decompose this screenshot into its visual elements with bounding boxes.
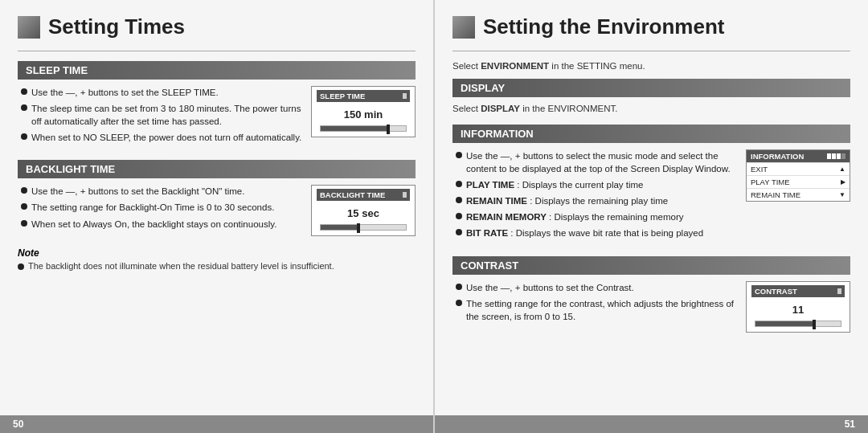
bullet-dot xyxy=(21,88,27,95)
display-section: DISPLAY Select DISPLAY in the ENVIRONMEN… xyxy=(452,79,850,113)
list-item: REMAIN TIME : Displays the remaining pla… xyxy=(456,194,738,207)
contrast-section: CONTRAST Use the —, + buttons to set the… xyxy=(452,256,850,333)
left-page: Setting Times SLEEP TIME Use the —, + bu… xyxy=(0,0,435,433)
display-header: DISPLAY xyxy=(452,79,850,97)
contrast-slider-thumb xyxy=(813,320,816,329)
list-item: BIT RATE : Displays the wave bit rate th… xyxy=(456,227,738,239)
contrast-slider-fill xyxy=(755,321,815,326)
bullet-dot xyxy=(21,187,27,194)
list-item: Use the —, + buttons to set the Backligh… xyxy=(21,185,303,198)
note-title: Note xyxy=(18,247,416,259)
backlight-time-bullets: Use the —, + buttons to set the Backligh… xyxy=(18,185,303,230)
backlight-time-section: BACKLIGHT TIME Use the —, + buttons to s… xyxy=(18,160,416,236)
note-text: The backlight does not illuminate when t… xyxy=(18,261,416,271)
bullet-dot xyxy=(21,133,27,140)
backlight-widget-header: BACKLIGHT TIME xyxy=(317,189,410,201)
backlight-slider-thumb xyxy=(357,223,360,233)
sleep-slider-thumb xyxy=(387,125,390,134)
bullet-dot xyxy=(456,181,462,187)
backlight-time-header: BACKLIGHT TIME xyxy=(18,160,416,178)
right-title-text: Setting the Environment xyxy=(483,14,724,39)
bullet-dot xyxy=(21,220,27,227)
list-item: The setting range for the contrast, whic… xyxy=(456,297,738,323)
backlight-slider[interactable] xyxy=(320,224,407,231)
list-item: When set to Always On, the backlight sta… xyxy=(21,218,303,231)
bullet-dot xyxy=(456,213,462,219)
list-item: The setting range for Backlight-On Time … xyxy=(21,201,303,214)
contrast-widget: CONTRAST 11 xyxy=(746,281,850,333)
battery-icon xyxy=(827,153,845,159)
arrow-down-icon: ▼ xyxy=(839,191,845,198)
sleep-slider-fill xyxy=(321,126,389,131)
bullet-dot xyxy=(456,152,462,158)
backlight-slider-fill xyxy=(321,225,359,230)
left-title-text: Setting Times xyxy=(48,14,185,39)
sleep-widget-header: SLEEP TIME xyxy=(317,90,410,102)
bullet-dot xyxy=(456,229,462,235)
page-number-left: 50 xyxy=(0,415,433,433)
contrast-bullets: Use the —, + buttons to set the Contrast… xyxy=(452,281,738,323)
left-title: Setting Times xyxy=(18,14,416,39)
info-row-remaintime: REMAIN TIME ▼ xyxy=(747,189,850,201)
sleep-time-section: SLEEP TIME Use the —, + buttons to set t… xyxy=(18,61,416,149)
page-number-right: 51 xyxy=(435,415,868,433)
title-icon-left xyxy=(18,16,40,39)
contrast-widget-header: CONTRAST xyxy=(751,285,845,297)
sleep-slider[interactable] xyxy=(320,125,407,132)
list-item: Use the —, + buttons to set the SLEEP TI… xyxy=(21,86,303,99)
arrow-right-icon: ▶ xyxy=(841,178,845,186)
backlight-widget-value: 15 sec xyxy=(317,204,410,221)
battery-icon xyxy=(388,192,407,198)
select-display-text: Select DISPLAY in the ENVIRONMENT. xyxy=(452,104,850,113)
sleep-time-bullets: Use the —, + buttons to set the SLEEP TI… xyxy=(18,86,303,144)
contrast-slider[interactable] xyxy=(755,321,841,327)
battery-icon xyxy=(823,288,841,294)
list-item: When set to NO SLEEP, the power does not… xyxy=(21,131,303,144)
contrast-widget-value: 11 xyxy=(751,300,845,317)
right-page: Setting the Environment Select ENVIRONME… xyxy=(435,0,868,433)
sleep-time-widget: SLEEP TIME 150 min xyxy=(311,86,416,137)
list-item: Use the —, + buttons to set the Contrast… xyxy=(456,281,738,294)
information-bullets: Use the —, + buttons to select the music… xyxy=(452,149,738,240)
information-section: INFORMATION Use the —, + buttons to sele… xyxy=(452,125,850,245)
bullet-dot xyxy=(456,284,462,290)
select-env-text: Select ENVIRONMENT in the SETTING menu. xyxy=(452,61,850,71)
information-header: INFORMATION xyxy=(452,125,850,143)
title-icon-right xyxy=(452,16,475,39)
sleep-widget-value: 150 min xyxy=(317,105,410,122)
bullet-dot xyxy=(456,300,462,306)
info-row-header: INFORMATION xyxy=(747,150,850,163)
right-title: Setting the Environment xyxy=(452,14,850,39)
bullet-dot xyxy=(456,197,462,203)
bullet-dot xyxy=(21,203,27,210)
note-section: Note The backlight does not illuminate w… xyxy=(18,247,416,271)
arrow-up-icon: ▲ xyxy=(839,165,845,173)
battery-icon xyxy=(388,93,407,99)
info-row-exit: EXIT ▲ xyxy=(747,163,850,176)
list-item: PLAY TIME : Displays the current play ti… xyxy=(456,178,738,191)
bullet-dot xyxy=(18,263,24,270)
contrast-header: CONTRAST xyxy=(452,256,850,275)
list-item: The sleep time can be set from 3 to 180 … xyxy=(21,102,303,128)
information-widget: INFORMATION EXIT ▲ PLAY TIME xyxy=(746,149,850,202)
sleep-time-header: SLEEP TIME xyxy=(18,61,416,80)
bullet-dot xyxy=(21,104,27,111)
list-item: Use the —, + buttons to select the music… xyxy=(456,149,738,175)
info-row-playtime: PLAY TIME ▶ xyxy=(747,176,850,189)
backlight-time-widget: BACKLIGHT TIME 15 sec xyxy=(311,185,416,236)
list-item: REMAIN MEMORY : Displays the remaining m… xyxy=(456,210,738,223)
